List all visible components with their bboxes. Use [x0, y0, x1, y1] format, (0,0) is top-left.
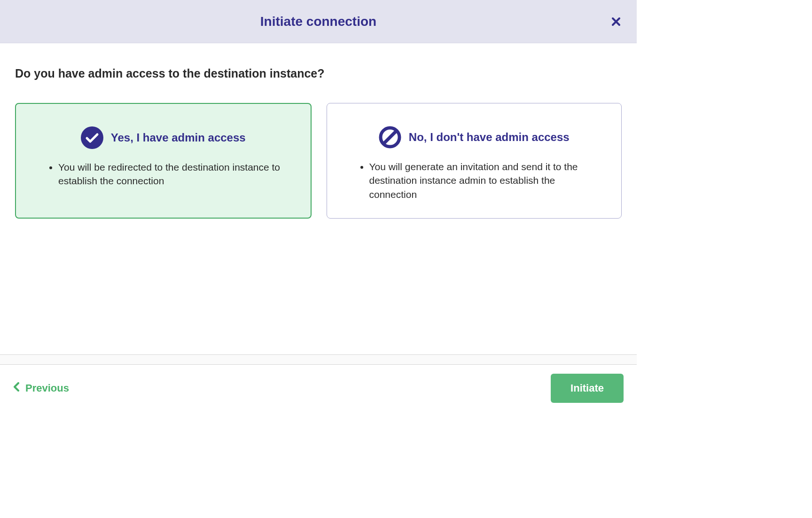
option-yes-title: Yes, I have admin access	[111, 131, 246, 144]
option-no-list: You will generate an invitation and send…	[346, 160, 603, 201]
initiate-button[interactable]: Initiate	[551, 374, 624, 403]
divider	[0, 354, 637, 365]
question-heading: Do you have admin access to the destinat…	[15, 67, 622, 80]
option-yes-header: Yes, I have admin access	[35, 126, 292, 149]
dialog-header: Initiate connection	[0, 0, 637, 43]
options-container: Yes, I have admin access You will be red…	[15, 103, 622, 219]
check-circle-icon	[81, 126, 103, 149]
close-icon	[611, 17, 621, 26]
option-yes-card[interactable]: Yes, I have admin access You will be red…	[15, 103, 312, 219]
previous-label: Previous	[25, 382, 69, 394]
dialog-footer: Previous Initiate	[0, 365, 637, 412]
option-no-card[interactable]: No, I don't have admin access You will g…	[327, 103, 622, 219]
option-yes-bullet: You will be redirected to the destinatio…	[58, 160, 292, 188]
option-yes-list: You will be redirected to the destinatio…	[35, 160, 292, 188]
ban-icon	[379, 126, 401, 149]
svg-line-2	[384, 131, 396, 143]
option-no-title: No, I don't have admin access	[409, 131, 570, 144]
previous-button[interactable]: Previous	[13, 382, 69, 394]
chevron-left-icon	[13, 382, 20, 394]
dialog-content: Do you have admin access to the destinat…	[0, 43, 637, 354]
svg-point-0	[81, 126, 103, 149]
close-button[interactable]	[609, 14, 624, 29]
option-no-header: No, I don't have admin access	[346, 126, 603, 149]
dialog-title: Initiate connection	[260, 14, 376, 29]
option-no-bullet: You will generate an invitation and send…	[369, 160, 603, 201]
